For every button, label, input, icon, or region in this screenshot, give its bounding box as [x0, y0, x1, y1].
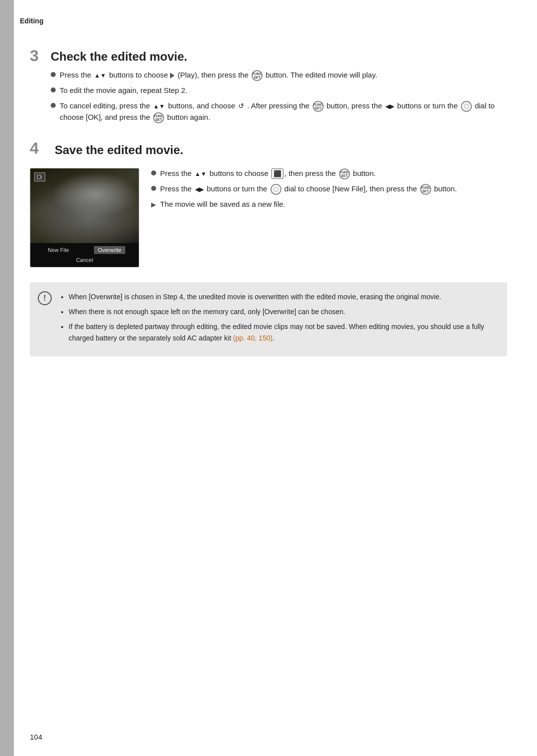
note-item2-text: When there is not enough space left on t… — [69, 308, 345, 316]
step3-bullets: Press the ▲▼ buttons to choose (Play), t… — [51, 70, 507, 123]
note-box: ! When [Overwrite] is chosen in Step 4, … — [30, 282, 507, 357]
step4-bullet3: ▶ The movie will be saved as a new file. — [151, 199, 457, 210]
step3-title: Check the edited movie. — [51, 50, 507, 64]
dial-icon — [461, 101, 472, 112]
step4-bullet2-text: Press the ◀▶ buttons or turn the dial to… — [160, 183, 457, 195]
dog-photo — [30, 168, 139, 243]
step4-bullets-content: Press the ▲▼ buttons to choose ⬛, then p… — [151, 168, 457, 267]
note-list: When [Overwrite] is chosen in Step 4, th… — [60, 291, 497, 344]
step4-bullet3-text: The movie will be saved as a new file. — [160, 199, 285, 210]
link-reference: (pp. 40, 150) — [233, 334, 272, 342]
step3-row: 3 Check the edited movie. Press the ▲▼ b… — [30, 50, 507, 127]
camera-menu-row2: Cancel — [30, 255, 139, 265]
step3-bullet3: To cancel editing, press the ▲▼ buttons,… — [51, 100, 507, 123]
note-item1: When [Overwrite] is chosen in Step 4, th… — [69, 291, 497, 302]
step4-bullet1-text: Press the ▲▼ buttons to choose ⬛, then p… — [160, 168, 376, 179]
record-icon — [34, 172, 45, 181]
step4-bullet1: Press the ▲▼ buttons to choose ⬛, then p… — [151, 168, 457, 179]
note-item3-text: If the battery is depleted partway throu… — [69, 323, 484, 341]
menu-overwrite: Overwrite — [94, 246, 125, 254]
step4-number: 4 — [30, 140, 45, 156]
svg-rect-0 — [37, 175, 41, 179]
play-icon — [170, 73, 175, 79]
bullet-circle-icon — [51, 72, 56, 77]
return-icon: ↺ — [238, 101, 244, 111]
main-content: 3 Check the edited movie. Press the ▲▼ b… — [30, 50, 507, 356]
left-bar — [0, 0, 14, 756]
section-label: Editing — [20, 17, 43, 25]
step4-bullet2: Press the ◀▶ buttons or turn the dial to… — [151, 183, 457, 195]
camera-image — [30, 168, 139, 243]
step3-bullet2: To edit the movie again, repeat Step 2. — [51, 85, 507, 96]
step3-bullet1-text: Press the ▲▼ buttons to choose (Play), t… — [60, 70, 377, 81]
svg-marker-1 — [41, 176, 42, 178]
step4-bullets: Press the ▲▼ buttons to choose ⬛, then p… — [151, 168, 457, 210]
camera-menu-row1: New File Overwrite — [30, 245, 139, 255]
step3-bullet3-text: To cancel editing, press the ▲▼ buttons,… — [60, 100, 507, 123]
updown-arrows-icon: ▲▼ — [94, 71, 106, 80]
func-set-btn-icon: FUNCSET — [153, 112, 164, 123]
menu-new-file: New File — [44, 246, 73, 254]
func-set-btn-icon: FUNCSET — [252, 70, 263, 81]
dial-icon — [270, 184, 281, 195]
leftright-arrows-icon: ◀▶ — [195, 185, 204, 194]
step3-content: Check the edited movie. Press the ▲▼ but… — [51, 50, 507, 127]
step3-number: 3 — [30, 48, 45, 64]
bullet-circle-icon — [151, 186, 156, 191]
camera-screen: New File Overwrite Cancel — [30, 168, 139, 267]
step4-row: 4 Save the edited movie. — [30, 142, 507, 267]
menu-cancel: Cancel — [72, 256, 97, 264]
note-item1-text: When [Overwrite] is chosen in Step 4, th… — [69, 293, 441, 301]
save-file-icon: ⬛ — [271, 168, 283, 179]
func-set-btn-icon: FUNCSET — [313, 101, 324, 112]
step3-bullet2-text: To edit the movie again, repeat Step 2. — [60, 85, 187, 96]
updown-arrows-icon: ▲▼ — [195, 169, 207, 178]
updown-arrows-icon: ▲▼ — [153, 102, 165, 111]
page-number: 104 — [30, 733, 42, 741]
camera-menu: New File Overwrite Cancel — [30, 243, 139, 267]
func-set-btn-icon: FUNCSET — [420, 184, 431, 195]
func-set-btn-icon: FUNCSET — [339, 168, 350, 179]
bullet-circle-icon — [151, 170, 156, 175]
bullet-circle-icon — [51, 87, 56, 92]
bullet-circle-icon — [51, 103, 56, 108]
info-icon: ! — [38, 291, 52, 305]
leftright-arrows-icon: ◀▶ — [385, 102, 394, 111]
arrow-icon: ▶ — [151, 200, 156, 210]
step3-bullet1: Press the ▲▼ buttons to choose (Play), t… — [51, 70, 507, 81]
note-item3: If the battery is depleted partway throu… — [69, 321, 497, 343]
step4-title: Save the edited movie. — [55, 143, 183, 157]
note-item2: When there is not enough space left on t… — [69, 306, 497, 317]
